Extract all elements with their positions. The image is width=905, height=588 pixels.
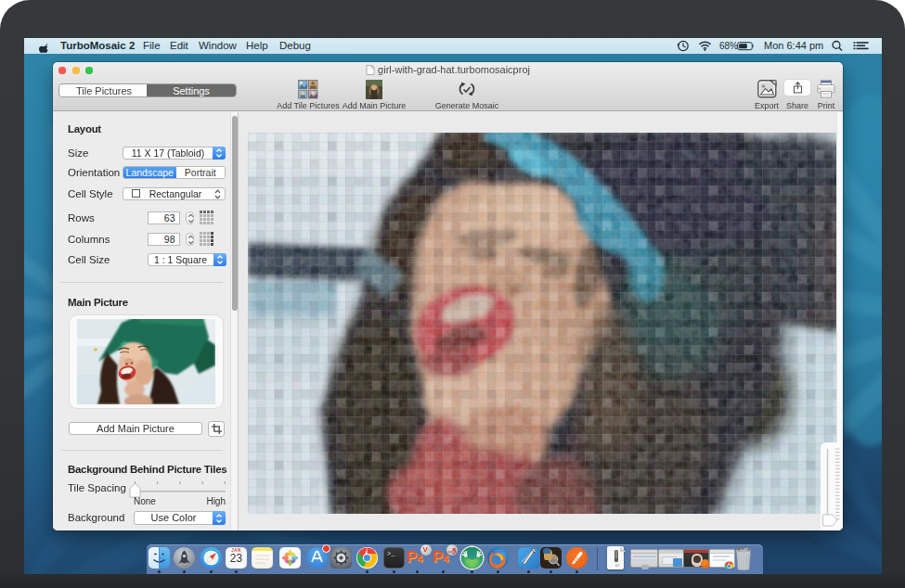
svg-text:62: 62 bbox=[615, 563, 620, 568]
